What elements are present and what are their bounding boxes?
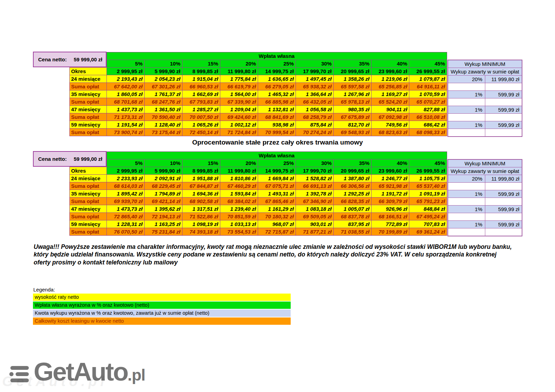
wplata-wlasna-header: Wpłata własna xyxy=(107,52,447,60)
rata-value: 1 239,40 zł xyxy=(220,205,258,213)
wykup-percent: 1% xyxy=(448,91,485,98)
rata-value: 1 228,31 zł xyxy=(107,220,145,228)
wykup-empty-cell xyxy=(485,114,522,121)
wplata-amount: 2 999,95 zł xyxy=(107,167,145,175)
suma-oplat-value: 67 675,89 zł xyxy=(334,113,372,121)
rata-value: 1 395,62 zł xyxy=(145,205,182,213)
suma-oplat-value: 71 173,31 zł xyxy=(107,113,145,121)
wykup-minimum-title: Wykup MINIMUM xyxy=(448,159,522,167)
wykup-empty-cell xyxy=(485,129,522,137)
wykup-empty-cell xyxy=(448,114,485,121)
wykup-percent: 1% xyxy=(448,121,485,129)
rata-value: 980,35 zł xyxy=(334,106,372,113)
suma-oplat-value: 66 432,05 zł xyxy=(296,98,334,106)
rata-value: 1 775,84 zł xyxy=(220,75,258,83)
suma-oplat-value: 67 075,71 zł xyxy=(258,182,296,190)
suma-oplat-value: 67 092,98 zł xyxy=(372,113,409,121)
suma-oplat-value: 68 247,76 zł xyxy=(145,98,182,106)
wykup-minimum-table: Wykup MINIMUMWykup zawarty w sumie opłat… xyxy=(447,60,522,137)
suma-oplat-value: 68 837,78 zł xyxy=(334,213,372,220)
rata-value: 1 070,59 zł xyxy=(409,90,447,98)
rata-value: 1 358,26 zł xyxy=(334,75,372,83)
percent-header: 10% xyxy=(145,159,182,167)
suma-oplat-value: 70 180,32 zł xyxy=(258,213,296,220)
rata-value: 968,07 zł xyxy=(258,220,296,228)
rata-value: 1 497,45 zł xyxy=(296,75,334,83)
row-label: Suma opłat xyxy=(70,113,107,121)
row-label: Suma opłat xyxy=(70,213,107,220)
rata-value: 1 002,12 zł xyxy=(220,121,258,129)
percent-header: 25% xyxy=(258,60,296,68)
suma-oplat-value: 67 844,87 zł xyxy=(182,182,220,190)
wykup-amount: 599,99 zł xyxy=(485,221,522,228)
rata-value: 1 951,88 zł xyxy=(182,175,220,182)
suma-oplat-value: 69 421,14 zł xyxy=(145,198,182,205)
cena-netto-box: Cena netto: 59 999,00 zł xyxy=(33,151,106,167)
wykup-percent: 20% xyxy=(448,76,485,83)
rata-value: 1 079,87 zł xyxy=(409,75,447,83)
suma-oplat-value: 67 301,26 zł xyxy=(145,83,182,90)
suma-oplat-value: 71 038,55 zł xyxy=(334,228,372,236)
suma-oplat-value: 71 522,86 zł xyxy=(182,213,220,220)
suma-oplat-value: 70 007,50 zł xyxy=(182,113,220,121)
rata-value: 1 794,89 zł xyxy=(145,190,182,198)
wykup-amount: 599,99 zł xyxy=(485,121,522,129)
wykup-empty-cell xyxy=(485,228,522,236)
suma-oplat-value: 67 495,24 zł xyxy=(409,213,447,220)
suma-oplat-value: 68 823,63 zł xyxy=(372,129,409,136)
rata-value: 1 098,19 zł xyxy=(182,220,220,228)
suma-oplat-value: 73 175,44 zł xyxy=(145,129,182,136)
wplata-amount: 11 999,80 zł xyxy=(220,167,258,175)
rata-value: 903,01 zł xyxy=(296,220,334,228)
suma-oplat-value: 65 978,13 zł xyxy=(334,98,372,106)
wykup-percent: 20% xyxy=(448,175,485,183)
suma-oplat-value: 69 939,70 zł xyxy=(107,198,145,205)
row-label: 59 miesięcy xyxy=(70,220,107,228)
wykup-amount: 11 999,80 zł xyxy=(485,76,522,83)
wykup-empty-cell xyxy=(485,98,522,106)
leasing-offer-sheet: { "colors": { "green": "#00df0c", "yello… xyxy=(0,0,555,392)
suma-oplat-value: 68 701,68 zł xyxy=(107,98,145,106)
percent-header: 20% xyxy=(220,159,258,167)
suma-oplat-value: 68 229,45 zł xyxy=(145,182,182,190)
percent-header: 45% xyxy=(409,159,447,167)
rata-value: 938,98 zł xyxy=(258,121,296,129)
wplata-amount: 26 999,55 zł xyxy=(409,167,447,175)
suma-oplat-value: 66 885,98 zł xyxy=(258,98,296,106)
percent-header: 10% xyxy=(145,60,182,68)
rata-value: 1 387,80 zł xyxy=(334,175,372,182)
wykup-amount: 599,99 zł xyxy=(485,190,522,198)
rata-value: 1 915,04 zł xyxy=(182,75,220,83)
wykup-empty-cell xyxy=(448,83,485,91)
legend-item: wysokość raty netto xyxy=(33,294,291,301)
rata-value: 1 209,04 zł xyxy=(220,106,258,113)
row-label: 47 miesięcy xyxy=(70,106,107,113)
suma-oplat-value: 69 361,24 zł xyxy=(409,228,447,236)
suma-oplat-value: 66 619,79 zł xyxy=(220,83,258,90)
row-label: Suma opłat xyxy=(70,228,107,236)
wykup-empty-cell xyxy=(485,183,522,190)
wplata-amount: 20 999,65 zł xyxy=(334,68,372,75)
suma-oplat-value: 70 851,59 zł xyxy=(220,213,258,220)
rata-value: 1 493,31 zł xyxy=(258,190,296,198)
rata-value: 772,89 zł xyxy=(372,220,409,228)
suma-oplat-value: 67 460,29 zł xyxy=(220,182,258,190)
wykup-empty-cell xyxy=(448,129,485,137)
rata-value: 1 473,73 zł xyxy=(107,205,145,213)
suma-oplat-value: 70 590,40 zł xyxy=(145,113,182,121)
rata-value: 686,42 zł xyxy=(409,121,447,129)
legend-item: Całkowity koszt leasingu w kwocie netto xyxy=(33,317,291,325)
rata-value: 1 528,82 zł xyxy=(296,175,334,182)
rata-value: 1 191,54 zł xyxy=(107,121,145,129)
rata-value: 1 636,65 zł xyxy=(258,75,296,83)
row-label: Suma opłat xyxy=(70,198,107,205)
rata-value: 1 669,84 zł xyxy=(258,175,296,182)
wykup-empty-cell xyxy=(448,228,485,236)
suma-oplat-value: 73 900,74 zł xyxy=(107,129,145,136)
rata-value: 812,70 zł xyxy=(334,121,372,129)
row-label: 24 miesiące xyxy=(70,75,107,83)
rata-value: 1 895,42 zł xyxy=(107,190,145,198)
suma-oplat-value: 70 274,24 zł xyxy=(296,129,334,136)
wykup-percent: 1% xyxy=(448,190,485,198)
percent-header: 30% xyxy=(296,60,334,68)
